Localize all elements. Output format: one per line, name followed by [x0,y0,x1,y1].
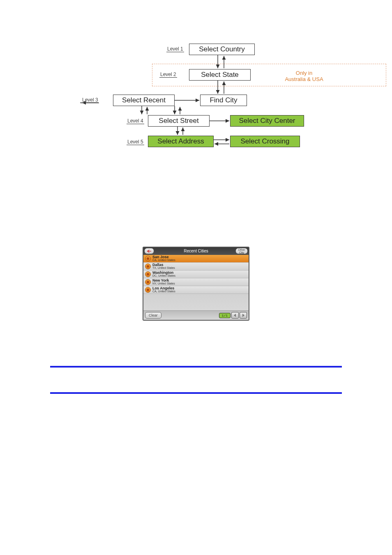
other-city-button[interactable]: Other City [235,248,248,254]
back-button[interactable] [144,248,154,254]
separator-rule [50,366,342,368]
city-name: New York [152,279,175,282]
separator-rule [50,392,342,394]
city-marker-icon [145,271,151,277]
city-region: NY, United States [152,282,175,285]
recent-city-item[interactable]: Los AngelesCA, United States [143,286,249,294]
back-arrow-icon [147,249,151,253]
recent-cities-header: Recent Cities Other City [143,247,249,255]
selection-flow-diagram: Level 1 Level 2 Level 3 Level 4 Level 5 … [74,41,386,164]
city-name: Dallas [152,263,175,266]
city-marker-icon [145,256,151,261]
city-name: San Jose [152,255,175,259]
recent-city-item[interactable]: New YorkNY, United States [143,278,249,286]
city-region: TX, United States [152,266,175,270]
recent-city-item[interactable]: San JoseCA, United States [143,255,249,263]
recent-city-item[interactable]: WashingtonDC, United States [143,271,249,278]
page-prev-button[interactable] [231,312,239,319]
diagram-arrows [74,41,386,164]
city-region: DC, United States [152,274,175,278]
city-region: CA, United States [152,290,175,293]
recent-cities-screen: Recent Cities Other City San JoseCA, Uni… [143,247,249,321]
city-marker-icon [145,264,151,269]
city-marker-icon [145,287,151,293]
page-next-button[interactable] [240,312,247,319]
header-title: Recent Cities [184,249,208,253]
city-region: CA, United States [152,259,175,262]
recent-city-item[interactable]: DallasTX, United States [143,263,249,271]
pager: 1/1 [219,312,247,319]
chevron-right-icon [242,314,245,317]
city-marker-icon [145,279,151,285]
chevron-left-icon [233,314,237,317]
recent-cities-footer: Clear 1/1 [143,310,249,320]
clear-button[interactable]: Clear [145,312,161,319]
city-name: Washington [152,271,175,274]
city-name: Los Angeles [152,287,175,290]
page-indicator: 1/1 [219,313,231,318]
recent-cities-list: San JoseCA, United StatesDallasTX, Unite… [143,255,249,294]
